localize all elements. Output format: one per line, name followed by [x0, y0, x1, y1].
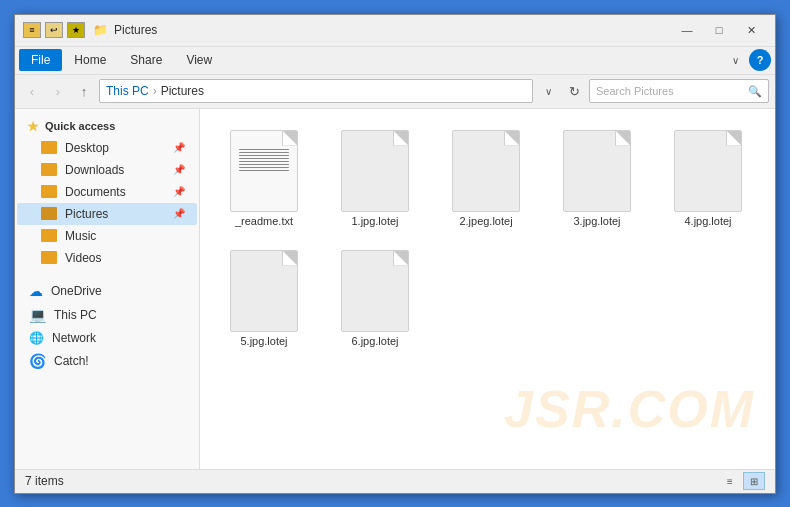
star-icon: ★	[27, 119, 39, 134]
file-name: 5.jpg.lotej	[240, 335, 287, 347]
menu-right-controls: ∨ ?	[725, 49, 771, 71]
help-button[interactable]: ?	[749, 49, 771, 71]
menu-home[interactable]: Home	[62, 49, 118, 71]
breadcrumb-sep: ›	[153, 84, 157, 98]
sidebar-item-thispc-label: This PC	[54, 308, 97, 322]
files-grid: _readme.txt1.jpg.lotej2.jpeg.lotej3.jpg.…	[210, 119, 765, 359]
file-icon-wrapper	[561, 131, 633, 211]
title-folder-icon: 📁	[93, 23, 108, 37]
sidebar-item-onedrive[interactable]: ☁ OneDrive	[17, 279, 197, 303]
watermark: JSR.COM	[504, 379, 755, 439]
videos-folder-icon	[41, 251, 57, 264]
quick-access-label: Quick access	[45, 120, 115, 132]
menu-view[interactable]: View	[174, 49, 224, 71]
file-icon-wrapper	[228, 251, 300, 331]
sidebar-item-desktop[interactable]: Desktop 📌	[17, 137, 197, 159]
menu-share[interactable]: Share	[118, 49, 174, 71]
file-icon-wrapper	[339, 251, 411, 331]
sidebar-item-network[interactable]: 🌐 Network	[17, 327, 197, 349]
quick-access-header: ★ Quick access	[15, 113, 199, 137]
file-item[interactable]: 6.jpg.lotej	[325, 243, 425, 355]
up-button[interactable]: ↑	[73, 80, 95, 102]
refresh-button[interactable]: ↻	[563, 80, 585, 102]
file-item[interactable]: 4.jpg.lotej	[658, 123, 758, 235]
sidebar-item-desktop-label: Desktop	[65, 141, 109, 155]
breadcrumb-dropdown-button[interactable]: ∨	[537, 80, 559, 102]
downloads-folder-icon	[41, 163, 57, 176]
item-count: 7 items	[25, 474, 64, 488]
window-title: Pictures	[114, 23, 157, 37]
documents-pin-icon: 📌	[173, 186, 185, 197]
file-icon-wrapper	[339, 131, 411, 211]
catch-icon: 🌀	[29, 353, 46, 369]
nav-bar: ‹ › ↑ This PC › Pictures ∨ ↻ Search Pict…	[15, 75, 775, 109]
file-name: 1.jpg.lotej	[351, 215, 398, 227]
file-icon	[341, 250, 409, 332]
network-icon: 🌐	[29, 331, 44, 345]
file-line	[239, 155, 289, 156]
sidebar-item-music[interactable]: Music	[17, 225, 197, 247]
title-bar-icons: ≡ ↩ ★	[23, 22, 85, 38]
ribbon-expand-button[interactable]: ∨	[725, 50, 745, 70]
sidebar-item-documents-label: Documents	[65, 185, 126, 199]
pictures-pin-icon: 📌	[173, 208, 185, 219]
file-line	[239, 167, 289, 168]
sidebar-item-catch[interactable]: 🌀 Catch!	[17, 349, 197, 373]
sidebar-item-pictures[interactable]: Pictures 📌	[17, 203, 197, 225]
file-item[interactable]: 2.jpeg.lotej	[436, 123, 536, 235]
tb-icon-1: ≡	[23, 22, 41, 38]
file-item[interactable]: 5.jpg.lotej	[214, 243, 314, 355]
file-name: 4.jpg.lotej	[684, 215, 731, 227]
menu-bar: File Home Share View ∨ ?	[15, 47, 775, 75]
status-bar: 7 items ≡ ⊞	[15, 469, 775, 493]
search-icon: 🔍	[748, 85, 762, 98]
file-explorer-window: ≡ ↩ ★ 📁 Pictures — □ ✕ File Home Share V…	[14, 14, 776, 494]
list-view-button[interactable]: ≡	[719, 472, 741, 490]
sidebar-item-music-label: Music	[65, 229, 96, 243]
file-icon	[230, 250, 298, 332]
minimize-button[interactable]: —	[671, 16, 703, 44]
sidebar: ★ Quick access Desktop 📌 Downloads 📌 Doc…	[15, 109, 200, 469]
maximize-button[interactable]: □	[703, 16, 735, 44]
breadcrumb-pictures[interactable]: Pictures	[161, 84, 204, 98]
file-icon-wrapper	[228, 131, 300, 211]
file-line	[239, 152, 289, 153]
close-button[interactable]: ✕	[735, 16, 767, 44]
file-line	[239, 149, 289, 150]
file-icon	[563, 130, 631, 212]
file-icon-wrapper	[450, 131, 522, 211]
sidebar-item-videos[interactable]: Videos	[17, 247, 197, 269]
breadcrumb-bar[interactable]: This PC › Pictures	[99, 79, 533, 103]
title-bar: ≡ ↩ ★ 📁 Pictures — □ ✕	[15, 15, 775, 47]
sidebar-item-documents[interactable]: Documents 📌	[17, 181, 197, 203]
sidebar-item-network-label: Network	[52, 331, 96, 345]
file-icon	[230, 130, 298, 212]
file-item[interactable]: _readme.txt	[214, 123, 314, 235]
search-box[interactable]: Search Pictures 🔍	[589, 79, 769, 103]
large-icons-view-button[interactable]: ⊞	[743, 472, 765, 490]
sidebar-item-pictures-label: Pictures	[65, 207, 108, 221]
window-controls: — □ ✕	[671, 16, 767, 44]
onedrive-icon: ☁	[29, 283, 43, 299]
sidebar-item-onedrive-label: OneDrive	[51, 284, 102, 298]
file-item[interactable]: 3.jpg.lotej	[547, 123, 647, 235]
sidebar-item-videos-label: Videos	[65, 251, 101, 265]
file-name: 3.jpg.lotej	[573, 215, 620, 227]
file-name: 2.jpeg.lotej	[459, 215, 512, 227]
menu-file[interactable]: File	[19, 49, 62, 71]
sidebar-item-thispc[interactable]: 💻 This PC	[17, 303, 197, 327]
tb-icon-2: ↩	[45, 22, 63, 38]
file-item[interactable]: 1.jpg.lotej	[325, 123, 425, 235]
quick-access-section: ★ Quick access Desktop 📌 Downloads 📌 Doc…	[15, 113, 199, 269]
downloads-pin-icon: 📌	[173, 164, 185, 175]
file-line	[239, 161, 289, 162]
file-icon-wrapper	[672, 131, 744, 211]
file-line	[239, 170, 289, 171]
breadcrumb-this-pc[interactable]: This PC	[106, 84, 149, 98]
sidebar-item-downloads[interactable]: Downloads 📌	[17, 159, 197, 181]
back-button[interactable]: ‹	[21, 80, 43, 102]
file-icon	[341, 130, 409, 212]
forward-button[interactable]: ›	[47, 80, 69, 102]
content-area: JSR.COM _readme.txt1.jpg.lotej2.jpeg.lot…	[200, 109, 775, 469]
file-icon	[452, 130, 520, 212]
